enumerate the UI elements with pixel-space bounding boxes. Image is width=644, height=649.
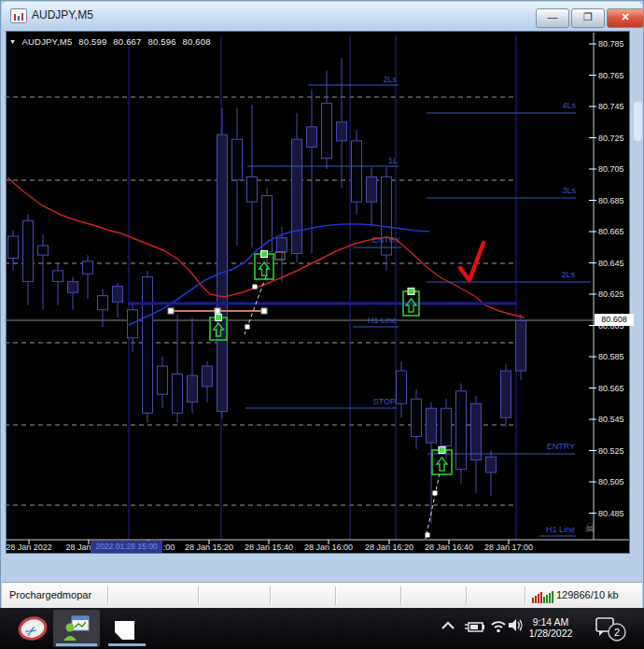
candlestick (113, 287, 123, 303)
trendline-handle[interactable] (261, 308, 267, 314)
candlestick (412, 399, 422, 436)
up-arrow-icon (259, 262, 270, 275)
ohlc-low: 80.596 (147, 36, 175, 47)
ohlc-high: 80.667 (113, 36, 141, 47)
wifi-icon[interactable] (489, 617, 508, 634)
candlestick (8, 236, 19, 258)
candlestick (292, 139, 302, 253)
dashed-trendline[interactable] (426, 473, 440, 539)
taskbar: ✂ 9:14 AM 1/28/2022 2 (0, 608, 644, 649)
symbol-dropdown-icon[interactable]: ▼ (9, 38, 16, 45)
battery-power-icon[interactable] (463, 619, 487, 636)
clock-date: 1/28/2022 (515, 628, 586, 639)
candlestick (307, 127, 317, 148)
current-price-badge: 80.608 (595, 314, 634, 326)
candlestick (23, 220, 34, 281)
notepad-taskbar-icon[interactable] (115, 621, 134, 640)
up-arrow-icon (406, 299, 416, 312)
candlestick (322, 104, 332, 159)
mt4-app-icon (63, 615, 91, 642)
trendline-handle[interactable] (168, 308, 174, 314)
candlestick (427, 408, 437, 443)
candlestick (367, 176, 377, 202)
running-indicator (108, 643, 146, 646)
tray-chevron-up-icon[interactable] (441, 619, 455, 632)
candlestick (516, 320, 526, 371)
notification-badge: 2 (614, 627, 620, 638)
running-indicator (56, 643, 97, 646)
object-handle[interactable] (216, 315, 222, 321)
candlestick (158, 366, 168, 394)
candlestick (337, 122, 347, 141)
candlestick (382, 176, 392, 255)
taskbar-clock[interactable]: 9:14 AM 1/28/2022 (515, 616, 586, 639)
candlestick (53, 271, 63, 282)
candlestick (173, 374, 183, 413)
candlestick (247, 176, 258, 202)
clock-time: 9:14 AM (515, 616, 586, 628)
up-arrow-icon (437, 458, 447, 471)
object-handle[interactable] (261, 251, 268, 258)
candlestick (38, 246, 49, 255)
skull-icon: ☠ (584, 520, 596, 535)
red-checkmark-annotation (460, 243, 483, 280)
ohlc-header: ▼ AUDJPY,M5 80.599 80.667 80.596 80.608 (9, 36, 215, 47)
candlestick (98, 296, 108, 310)
mt4-taskbar-tile[interactable] (53, 610, 100, 647)
candlestick (203, 366, 213, 387)
candlestick (501, 371, 511, 417)
action-center-icon[interactable]: 2 (595, 616, 629, 644)
object-anchor-box (275, 252, 285, 260)
candlestick (143, 277, 153, 414)
candlestick (471, 403, 482, 459)
ohlc-close: 80.608 (183, 36, 211, 47)
candlestick (232, 139, 243, 180)
trendline-handle[interactable] (253, 285, 258, 289)
trendline-handle[interactable] (426, 533, 430, 538)
snipping-tool-icon[interactable]: ✂ (17, 615, 50, 643)
candlestick (83, 261, 93, 274)
speaker-icon[interactable] (508, 617, 525, 634)
candlestick (277, 238, 287, 252)
candlestick (397, 371, 407, 403)
candlestick (188, 375, 198, 402)
candlestick (68, 282, 78, 293)
ohlc-open: 80.599 (78, 36, 106, 47)
ohlc-symbol: AUDJPY,M5 (21, 36, 72, 47)
trendline-handle[interactable] (215, 308, 220, 314)
candlestick (441, 408, 452, 445)
candlestick (352, 141, 362, 202)
candlestick (486, 457, 497, 473)
object-handle[interactable] (408, 289, 414, 295)
candlestick (262, 195, 273, 251)
vline-time-tooltip: 2022.01.28 15:00 (91, 541, 162, 553)
candlestick (456, 391, 467, 470)
trendline-handle[interactable] (433, 491, 438, 496)
object-handle[interactable] (439, 447, 445, 454)
trendline-handle[interactable] (245, 325, 250, 330)
